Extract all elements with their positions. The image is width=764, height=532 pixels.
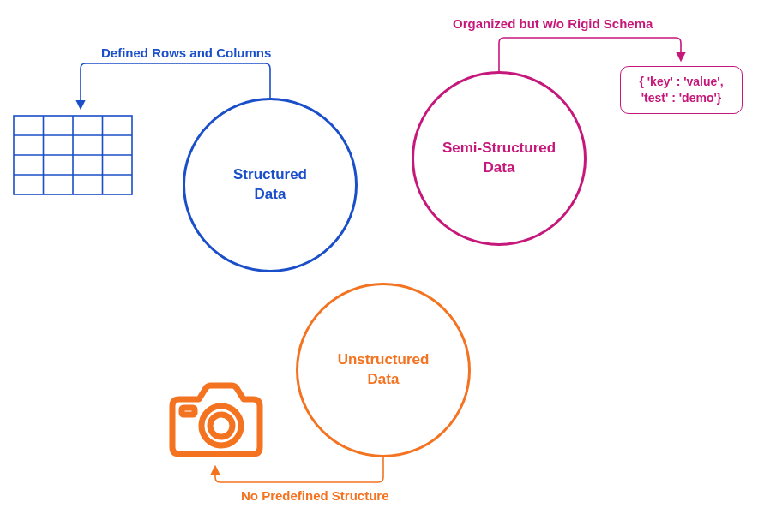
structured-line2: Data (255, 186, 286, 202)
structured-data-circle: Structured Data (183, 98, 358, 272)
json-example-box: { 'key' : 'value', 'test' : 'demo'} (620, 66, 743, 114)
structured-caption: Defined Rows and Columns (101, 45, 271, 60)
camera-icon (165, 377, 267, 466)
table-icon (13, 115, 133, 199)
semi-caption: Organized but w/o Rigid Schema (453, 16, 653, 31)
semi-line1: Semi-Structured (442, 140, 556, 156)
svg-point-8 (210, 415, 232, 437)
unstructured-data-label: Unstructured Data (338, 350, 430, 390)
semi-structured-data-label: Semi-Structured Data (442, 139, 556, 178)
unstructured-caption: No Predefined Structure (241, 488, 389, 503)
json-example-line1: { 'key' : 'value', (639, 75, 723, 88)
unstructured-line2: Data (368, 371, 400, 387)
unstructured-line1: Unstructured (338, 351, 430, 368)
structured-line1: Structured (233, 166, 307, 182)
semi-structured-data-circle: Semi-Structured Data (412, 71, 587, 246)
semi-line2: Data (484, 159, 515, 176)
svg-rect-9 (182, 408, 195, 415)
unstructured-data-circle: Unstructured Data (296, 283, 471, 457)
structured-data-label: Structured Data (233, 165, 307, 205)
json-example-line2: 'test' : 'demo'} (641, 91, 721, 105)
